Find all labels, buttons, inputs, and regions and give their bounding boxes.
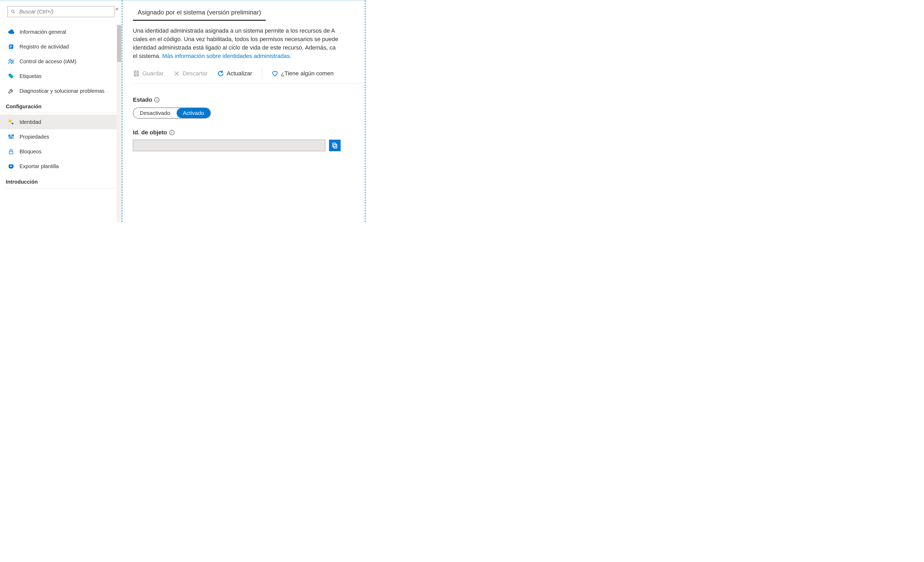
sidebar-item-activity-log[interactable]: Registro de actividad — [0, 39, 122, 54]
sidebar-item-tags[interactable]: Etiquetas — [0, 69, 122, 84]
sidebar-item-label: Etiquetas — [20, 73, 41, 79]
svg-rect-22 — [135, 71, 138, 73]
key-icon — [8, 118, 15, 126]
export-icon — [8, 163, 15, 170]
svg-rect-18 — [12, 135, 14, 136]
sidebar-item-access-control[interactable]: Control de acceso (IAM) — [0, 54, 122, 69]
sidebar-item-label: Control de acceso (IAM) — [20, 58, 76, 65]
svg-rect-5 — [10, 47, 11, 48]
svg-line-1 — [14, 12, 15, 13]
wrench-icon — [8, 87, 15, 94]
tags-icon — [8, 72, 15, 80]
svg-point-12 — [12, 123, 14, 124]
people-icon — [8, 58, 15, 65]
save-button[interactable]: Guardar — [133, 70, 164, 77]
cloud-icon — [8, 28, 15, 36]
sidebar-item-diagnose[interactable]: Diagnosticar y solucionar problemas — [0, 84, 122, 98]
svg-rect-17 — [10, 137, 12, 138]
refresh-icon — [217, 70, 224, 77]
state-toggle-off[interactable]: Desactivado — [134, 108, 177, 118]
command-bar: Guardar Descartar Actualizar ¿Tiene algú… — [133, 68, 365, 84]
svg-point-11 — [9, 120, 10, 121]
sidebar-item-label: Bloqueos — [20, 148, 41, 155]
discard-button[interactable]: Descartar — [173, 70, 208, 77]
state-label: Estado — [133, 96, 152, 103]
objectid-label: Id. de objeto — [133, 129, 167, 136]
sidebar-item-properties[interactable]: Propiedades — [0, 129, 122, 144]
svg-rect-27 — [333, 143, 336, 147]
sidebar-scrollbar-thumb[interactable] — [117, 25, 121, 62]
state-toggle[interactable]: Desactivado Activado — [133, 108, 211, 118]
sidebar-item-identity[interactable]: Identidad — [0, 115, 122, 129]
objectid-input[interactable] — [133, 139, 325, 151]
sidebar-item-locks[interactable]: Bloqueos — [0, 144, 122, 159]
svg-rect-3 — [10, 45, 12, 46]
svg-point-7 — [12, 60, 13, 62]
info-icon[interactable]: i — [169, 130, 174, 135]
info-icon[interactable]: i — [154, 97, 159, 102]
sidebar: « Información gener — [0, 0, 122, 222]
search-input-wrapper[interactable] — [8, 6, 114, 17]
svg-rect-19 — [9, 151, 13, 154]
sidebar-item-label: Exportar plantilla — [20, 163, 59, 170]
state-toggle-on[interactable]: Activado — [177, 108, 211, 118]
toolbar-separator — [262, 68, 262, 79]
tab-bar: Asignado por el sistema (versión prelimi… — [133, 7, 365, 21]
feedback-button[interactable]: ¿Tiene algún comen — [272, 70, 334, 77]
tab-system-assigned[interactable]: Asignado por el sistema (versión prelimi… — [133, 7, 266, 21]
learn-more-link[interactable]: Más información sobre identidades admini… — [162, 53, 291, 59]
sidebar-item-label: Información general — [20, 28, 66, 35]
collapse-sidebar-icon[interactable]: « — [116, 6, 118, 12]
activity-log-icon — [8, 43, 15, 50]
sidebar-item-label: Propiedades — [20, 133, 49, 140]
sidebar-item-label: Registro de actividad — [20, 43, 69, 50]
save-icon — [133, 70, 140, 77]
sidebar-section-intro: Introducción — [0, 174, 122, 187]
refresh-button[interactable]: Actualizar — [217, 70, 252, 77]
svg-rect-26 — [334, 144, 337, 148]
sidebar-scrollbar[interactable] — [117, 24, 122, 222]
svg-rect-21 — [10, 168, 12, 169]
svg-rect-16 — [9, 135, 10, 136]
main-pane: Asignado por el sistema (versión prelimi… — [122, 0, 365, 222]
lock-icon — [8, 148, 15, 155]
identity-description: Una identidad administrada asignada a un… — [133, 27, 365, 60]
svg-point-0 — [12, 10, 14, 12]
sliders-icon — [8, 133, 15, 141]
close-icon — [173, 70, 180, 77]
copy-icon — [332, 142, 338, 148]
sidebar-section-config: Configuración — [0, 98, 122, 112]
search-icon — [11, 9, 15, 14]
svg-rect-23 — [135, 74, 138, 76]
copy-button[interactable] — [329, 139, 340, 151]
sidebar-item-label: Diagnosticar y solucionar problemas — [20, 87, 104, 94]
search-input[interactable] — [19, 9, 111, 15]
heart-icon — [272, 70, 278, 77]
sidebar-item-export-template[interactable]: Exportar plantilla — [0, 159, 122, 174]
svg-point-8 — [10, 75, 10, 76]
sidebar-item-overview[interactable]: Información general — [0, 24, 122, 39]
svg-point-6 — [9, 59, 11, 61]
sidebar-item-label: Identidad — [20, 118, 41, 126]
svg-rect-4 — [10, 46, 12, 47]
